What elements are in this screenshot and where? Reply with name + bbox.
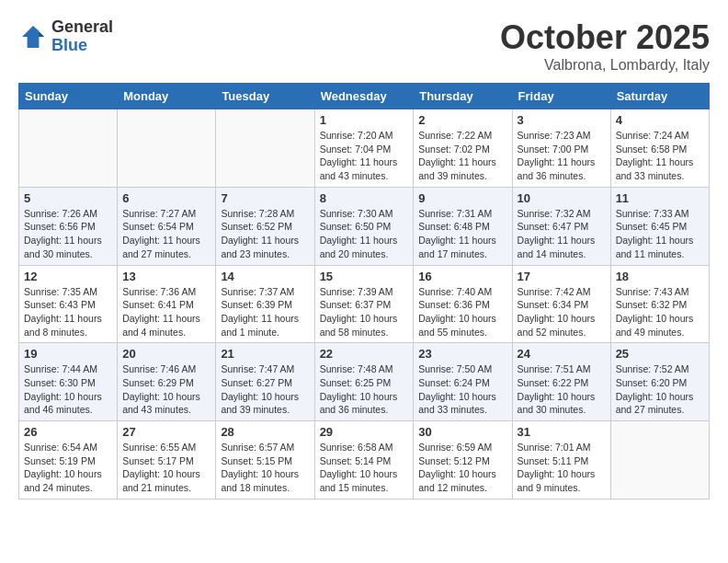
day-number: 19 (24, 347, 112, 361)
day-number: 9 (418, 191, 506, 205)
calendar-cell: 23Sunrise: 7:50 AM Sunset: 6:24 PM Dayli… (414, 343, 512, 421)
day-number: 29 (320, 425, 409, 439)
calendar-cell: 2Sunrise: 7:22 AM Sunset: 7:02 PM Daylig… (414, 109, 512, 188)
day-info: Sunrise: 7:40 AM Sunset: 6:36 PM Dayligh… (418, 285, 506, 339)
calendar-cell (216, 109, 314, 188)
weekday-header-wednesday: Wednesday (314, 84, 414, 109)
day-info: Sunrise: 7:33 AM Sunset: 6:45 PM Dayligh… (616, 207, 704, 261)
calendar-cell: 9Sunrise: 7:31 AM Sunset: 6:48 PM Daylig… (414, 187, 512, 265)
day-info: Sunrise: 7:52 AM Sunset: 6:20 PM Dayligh… (616, 362, 704, 417)
calendar-cell: 11Sunrise: 7:33 AM Sunset: 6:45 PM Dayli… (610, 187, 709, 265)
calendar-cell: 6Sunrise: 7:27 AM Sunset: 6:54 PM Daylig… (118, 187, 216, 265)
title-block: October 2025 Valbrona, Lombardy, Italy (500, 18, 710, 74)
day-number: 17 (518, 270, 606, 283)
calendar-cell: 5Sunrise: 7:26 AM Sunset: 6:56 PM Daylig… (19, 187, 118, 265)
day-number: 5 (24, 191, 112, 205)
weekday-header-sunday: Sunday (19, 84, 118, 109)
calendar-cell: 12Sunrise: 7:35 AM Sunset: 6:43 PM Dayli… (19, 265, 118, 343)
calendar-cell: 28Sunrise: 6:57 AM Sunset: 5:15 PM Dayli… (216, 421, 314, 500)
weekday-header-friday: Friday (512, 84, 610, 109)
day-info: Sunrise: 6:58 AM Sunset: 5:14 PM Dayligh… (320, 441, 409, 495)
calendar-week-row: 5Sunrise: 7:26 AM Sunset: 6:56 PM Daylig… (19, 187, 710, 265)
calendar-cell (19, 109, 118, 188)
day-number: 25 (616, 347, 704, 361)
day-info: Sunrise: 6:54 AM Sunset: 5:19 PM Dayligh… (24, 441, 112, 495)
day-info: Sunrise: 7:28 AM Sunset: 6:52 PM Dayligh… (221, 207, 309, 261)
day-info: Sunrise: 7:20 AM Sunset: 7:04 PM Dayligh… (320, 129, 409, 183)
day-number: 30 (418, 425, 506, 439)
day-number: 13 (122, 270, 210, 283)
day-number: 20 (122, 347, 210, 361)
day-number: 3 (518, 113, 606, 127)
day-info: Sunrise: 6:57 AM Sunset: 5:15 PM Dayligh… (221, 441, 309, 495)
day-info: Sunrise: 6:55 AM Sunset: 5:17 PM Dayligh… (122, 441, 210, 495)
day-number: 22 (320, 347, 409, 361)
calendar-cell: 24Sunrise: 7:51 AM Sunset: 6:22 PM Dayli… (512, 343, 610, 421)
logo-icon (18, 22, 48, 52)
calendar-cell: 18Sunrise: 7:43 AM Sunset: 6:32 PM Dayli… (610, 265, 709, 343)
day-number: 4 (616, 113, 704, 127)
day-info: Sunrise: 7:48 AM Sunset: 6:25 PM Dayligh… (320, 362, 409, 417)
calendar-cell: 1Sunrise: 7:20 AM Sunset: 7:04 PM Daylig… (314, 109, 414, 188)
day-info: Sunrise: 7:47 AM Sunset: 6:27 PM Dayligh… (221, 362, 309, 417)
logo: General Blue (18, 18, 113, 55)
month-title: October 2025 (500, 18, 710, 57)
day-info: Sunrise: 7:37 AM Sunset: 6:39 PM Dayligh… (221, 285, 309, 339)
day-number: 27 (122, 425, 210, 439)
calendar-week-row: 19Sunrise: 7:44 AM Sunset: 6:30 PM Dayli… (19, 343, 710, 421)
day-info: Sunrise: 7:31 AM Sunset: 6:48 PM Dayligh… (418, 207, 506, 261)
location-subtitle: Valbrona, Lombardy, Italy (500, 57, 710, 74)
calendar-cell: 26Sunrise: 6:54 AM Sunset: 5:19 PM Dayli… (19, 421, 118, 500)
day-number: 6 (122, 191, 210, 205)
day-info: Sunrise: 7:51 AM Sunset: 6:22 PM Dayligh… (518, 362, 606, 417)
calendar-week-row: 1Sunrise: 7:20 AM Sunset: 7:04 PM Daylig… (19, 109, 710, 188)
day-number: 24 (518, 347, 606, 361)
day-info: Sunrise: 7:50 AM Sunset: 6:24 PM Dayligh… (418, 362, 506, 417)
calendar-cell: 27Sunrise: 6:55 AM Sunset: 5:17 PM Dayli… (118, 421, 216, 500)
day-info: Sunrise: 7:24 AM Sunset: 6:58 PM Dayligh… (616, 129, 704, 183)
day-info: Sunrise: 7:46 AM Sunset: 6:29 PM Dayligh… (122, 362, 210, 417)
calendar-cell: 13Sunrise: 7:36 AM Sunset: 6:41 PM Dayli… (118, 265, 216, 343)
day-number: 12 (24, 270, 112, 283)
weekday-header-saturday: Saturday (610, 84, 709, 109)
day-info: Sunrise: 7:39 AM Sunset: 6:37 PM Dayligh… (320, 285, 409, 339)
day-number: 21 (221, 347, 309, 361)
calendar-cell: 30Sunrise: 6:59 AM Sunset: 5:12 PM Dayli… (414, 421, 512, 500)
calendar-cell: 4Sunrise: 7:24 AM Sunset: 6:58 PM Daylig… (610, 109, 709, 188)
day-number: 1 (320, 113, 409, 127)
calendar-cell: 14Sunrise: 7:37 AM Sunset: 6:39 PM Dayli… (216, 265, 314, 343)
day-info: Sunrise: 7:26 AM Sunset: 6:56 PM Dayligh… (24, 207, 112, 261)
day-info: Sunrise: 7:32 AM Sunset: 6:47 PM Dayligh… (518, 207, 606, 261)
calendar-cell: 29Sunrise: 6:58 AM Sunset: 5:14 PM Dayli… (314, 421, 414, 500)
page-header: General Blue October 2025 Valbrona, Lomb… (18, 18, 710, 74)
calendar-cell: 31Sunrise: 7:01 AM Sunset: 5:11 PM Dayli… (512, 421, 610, 500)
calendar-cell: 16Sunrise: 7:40 AM Sunset: 6:36 PM Dayli… (414, 265, 512, 343)
calendar-table: SundayMondayTuesdayWednesdayThursdayFrid… (18, 83, 710, 500)
day-number: 23 (418, 347, 506, 361)
day-number: 18 (616, 270, 704, 283)
day-number: 31 (518, 425, 606, 439)
calendar-cell: 7Sunrise: 7:28 AM Sunset: 6:52 PM Daylig… (216, 187, 314, 265)
day-info: Sunrise: 7:44 AM Sunset: 6:30 PM Dayligh… (24, 362, 112, 417)
day-number: 14 (221, 270, 309, 283)
calendar-cell: 15Sunrise: 7:39 AM Sunset: 6:37 PM Dayli… (314, 265, 414, 343)
weekday-header-monday: Monday (118, 84, 216, 109)
calendar-cell: 17Sunrise: 7:42 AM Sunset: 6:34 PM Dayli… (512, 265, 610, 343)
weekday-header-thursday: Thursday (414, 84, 512, 109)
calendar-header-row: SundayMondayTuesdayWednesdayThursdayFrid… (19, 84, 710, 109)
day-number: 26 (24, 425, 112, 439)
day-info: Sunrise: 7:23 AM Sunset: 7:00 PM Dayligh… (518, 129, 606, 183)
calendar-cell: 21Sunrise: 7:47 AM Sunset: 6:27 PM Dayli… (216, 343, 314, 421)
calendar-week-row: 26Sunrise: 6:54 AM Sunset: 5:19 PM Dayli… (19, 421, 710, 500)
day-info: Sunrise: 7:36 AM Sunset: 6:41 PM Dayligh… (122, 285, 210, 339)
day-number: 7 (221, 191, 309, 205)
day-number: 11 (616, 191, 704, 205)
calendar-cell: 25Sunrise: 7:52 AM Sunset: 6:20 PM Dayli… (610, 343, 709, 421)
logo-text: General Blue (51, 18, 113, 55)
day-number: 8 (320, 191, 409, 205)
day-info: Sunrise: 7:22 AM Sunset: 7:02 PM Dayligh… (418, 129, 506, 183)
calendar-cell: 22Sunrise: 7:48 AM Sunset: 6:25 PM Dayli… (314, 343, 414, 421)
calendar-cell: 8Sunrise: 7:30 AM Sunset: 6:50 PM Daylig… (314, 187, 414, 265)
day-info: Sunrise: 7:30 AM Sunset: 6:50 PM Dayligh… (320, 207, 409, 261)
day-info: Sunrise: 7:01 AM Sunset: 5:11 PM Dayligh… (518, 441, 606, 495)
